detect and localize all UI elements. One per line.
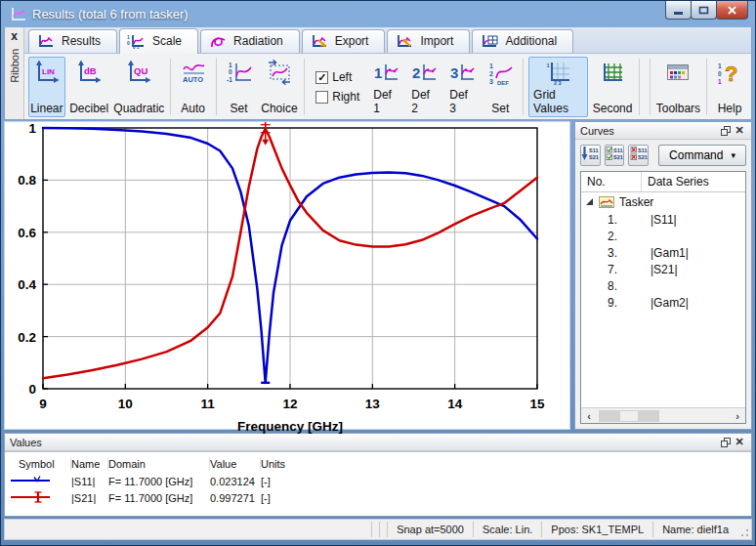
plot-panel: 910111213141500.20.40.60.81Frequency [GH…: [4, 121, 570, 430]
ribbon-button-label: Def 2: [411, 88, 437, 115]
values-row[interactable]: |S11| F= 11.7000 [GHz] 0.023124 [-]: [5, 473, 751, 489]
curve-number: 1.: [581, 213, 642, 227]
ribbon-button-set-def[interactable]: 123DEFSet: [483, 57, 518, 117]
checkbox-left[interactable]: ✓Left: [315, 70, 359, 84]
tree-expander-icon[interactable]: [585, 197, 594, 206]
ribbon-vertical-label: Ribbon: [9, 49, 21, 83]
curve-series-name: |Gam2|: [642, 296, 745, 310]
curves-row[interactable]: 9.|Gam2|: [581, 294, 745, 311]
def2-icon: 2: [411, 60, 437, 88]
ribbon-button-label: Def 1: [373, 88, 399, 115]
curves-float-icon[interactable]: [719, 124, 733, 137]
resize-grip[interactable]: [737, 520, 751, 539]
ribbon-button-label: Def 3: [449, 88, 475, 115]
curves-row[interactable]: 2.: [581, 228, 745, 244]
curves-button-disable-s11-s21[interactable]: S11S21: [628, 145, 649, 166]
ribbon-button-toolbars[interactable]: Toolbars: [655, 57, 702, 117]
tab-results[interactable]: Results: [28, 29, 117, 53]
ribbon-button-choice[interactable]: Choice: [260, 57, 300, 117]
ribbon-button-set-scale[interactable]: 10-1Set: [222, 57, 257, 117]
toolbar-separator: [523, 59, 524, 115]
tab-additional[interactable]: Additional: [472, 29, 573, 53]
svg-text:0.6: 0.6: [18, 226, 36, 240]
tab-label: Import: [420, 34, 453, 48]
ribbon-button-auto[interactable]: AUTOAuto: [176, 57, 211, 117]
command-dropdown[interactable]: Command▾: [658, 145, 746, 166]
curves-toolbar: S11S21S11S21S11S21Command▾: [575, 140, 751, 170]
values-float-icon[interactable]: [719, 436, 733, 448]
checkbox-right[interactable]: Right: [315, 90, 359, 104]
ribbon-button-label: Second: [593, 102, 633, 115]
checkbox-right-label: Right: [332, 90, 359, 104]
axis-side-checkgroup: ✓LeftRight: [310, 57, 365, 117]
ribbon-button-def2[interactable]: 2Def 2: [406, 57, 441, 117]
ribbon: x Ribbon Results100 1ScaleRadiationExpor…: [4, 27, 752, 120]
curves-row[interactable]: 8.: [581, 277, 745, 294]
values-col-units: Units: [261, 457, 319, 471]
curve-number: 3.: [581, 246, 642, 260]
scroll-left-arrow[interactable]: ‹: [581, 410, 597, 422]
linear-icon: LIN: [34, 60, 60, 88]
svg-text:S21: S21: [589, 154, 599, 160]
window-title: Results (total 6 from tasker): [32, 7, 189, 21]
ribbon-button-label: Set: [491, 102, 509, 115]
values-table-header: SymbolNameDomainValueUnits: [5, 454, 751, 473]
ribbon-button-grid-values[interactable]: 12 3Grid Values: [528, 57, 588, 117]
maximize-button[interactable]: [691, 1, 717, 20]
values-row[interactable]: |S21| F= 11.7000 [GHz] 0.997271 [-]: [5, 489, 751, 506]
curves-button-enable-s11-s21[interactable]: S11S21: [605, 145, 625, 166]
curves-button-plot-s11-s21[interactable]: S11S21: [580, 145, 601, 166]
tab-radiation[interactable]: Radiation: [200, 29, 300, 53]
enable-s11-s21-icon: S11S21: [606, 146, 623, 165]
toolbar-separator: [650, 59, 651, 115]
svg-text:2: 2: [412, 64, 420, 81]
curves-row[interactable]: 3.|Gam1|: [581, 244, 745, 261]
curves-hscrollbar[interactable]: ‹ ›: [581, 407, 745, 423]
curves-row[interactable]: 1.|S11|: [581, 211, 745, 228]
close-button[interactable]: [716, 1, 748, 20]
status-segment: Scale: Lin.: [473, 522, 541, 537]
tab-import[interactable]: Import: [387, 29, 470, 53]
svg-text:QU: QU: [134, 65, 147, 76]
svg-text:3: 3: [489, 78, 493, 85]
minimize-button[interactable]: [665, 1, 692, 20]
ribbon-close-button[interactable]: x: [11, 29, 18, 43]
values-close-icon[interactable]: ✕: [733, 436, 746, 448]
curve-series-name: |S11|: [642, 213, 745, 227]
curves-group-tasker[interactable]: Tasker: [581, 192, 745, 211]
svg-text:?: ?: [725, 62, 737, 85]
auto-icon: AUTO: [181, 60, 206, 88]
curves-panel-title: Curves: [580, 125, 719, 137]
ribbon-button-linear[interactable]: LINLinear: [28, 57, 65, 117]
curves-row[interactable]: 7.|S21|: [581, 261, 745, 277]
chart[interactable]: 910111213141500.20.40.60.81Frequency [GH…: [5, 122, 569, 439]
svg-text:15: 15: [529, 397, 545, 411]
svg-text:0: 0: [28, 382, 36, 397]
ribbon-button-label: Auto: [181, 102, 205, 115]
curves-close-icon[interactable]: ✕: [733, 124, 746, 137]
ribbon-button-label: Help: [718, 102, 742, 115]
tab-scale[interactable]: 100 1Scale: [119, 28, 198, 54]
svg-text:AUTO: AUTO: [183, 75, 203, 84]
status-bar: Snap at=5000Scale: Lin.Ppos: SK1_TEMPLNa…: [4, 519, 752, 540]
ribbon-button-def3[interactable]: 3Def 3: [444, 57, 480, 117]
ribbon-button-def1[interactable]: 1Def 1: [368, 57, 403, 117]
curve-symbol-icon: [9, 475, 71, 488]
tab-export[interactable]: Export: [302, 29, 386, 53]
chevron-down-icon: ▾: [731, 150, 735, 160]
ribbon-button-help[interactable]: 101?Help: [712, 57, 747, 117]
scroll-right-arrow[interactable]: ›: [730, 410, 745, 422]
ribbon-button-quadratic[interactable]: QUQuadratic: [113, 57, 165, 117]
status-segment-empty: [371, 522, 379, 537]
ribbon-button-decibel[interactable]: dBDecibel: [68, 57, 110, 117]
scrollbar-thumb[interactable]: [599, 410, 659, 422]
checkbox-left-box[interactable]: ✓: [315, 71, 328, 84]
svg-text:3: 3: [450, 64, 458, 81]
values-col-name: Name: [71, 457, 108, 471]
ribbon-button-label: Decibel: [69, 102, 108, 115]
svg-text:0 1: 0 1: [133, 45, 140, 49]
checkbox-right-box[interactable]: [315, 91, 328, 104]
values-col-domain: Domain: [108, 457, 210, 471]
ribbon-button-second[interactable]: Second: [591, 57, 634, 117]
svg-text:12: 12: [282, 397, 297, 411]
